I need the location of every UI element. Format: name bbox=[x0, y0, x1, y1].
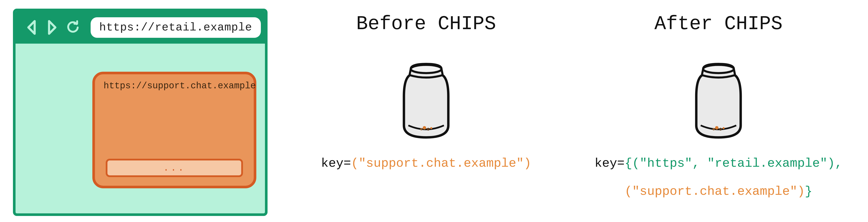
key-value: ("support.chat.example") bbox=[351, 156, 531, 170]
svg-point-2 bbox=[427, 128, 430, 131]
key-prefix: key= bbox=[321, 156, 351, 170]
before-column: Before CHIPS key=("support.chat.example"… bbox=[313, 9, 539, 175]
chat-input-dots: ... bbox=[163, 163, 185, 173]
svg-point-3 bbox=[420, 128, 423, 131]
before-title: Before CHIPS bbox=[313, 13, 539, 35]
back-icon bbox=[24, 19, 39, 36]
url-bar: https://retail.example bbox=[91, 17, 261, 38]
url-text: https://retail.example bbox=[99, 21, 252, 34]
svg-point-5 bbox=[703, 65, 734, 73]
key-prefix: key= bbox=[595, 156, 625, 170]
cookie-jar-icon bbox=[392, 59, 461, 141]
brace-close: } bbox=[805, 185, 812, 198]
svg-point-6 bbox=[715, 126, 718, 130]
svg-point-8 bbox=[712, 128, 715, 131]
tuple-embed-site: ("support.chat.example") bbox=[625, 185, 805, 198]
after-key-line1: key={("https", "retail.example"), bbox=[578, 151, 859, 175]
svg-point-7 bbox=[719, 128, 722, 131]
browser-frame: https://retail.example https://support.c… bbox=[13, 9, 268, 216]
tuple-top-site: ("https", "retail.example"), bbox=[632, 156, 842, 170]
browser-viewport: https://support.chat.example ... bbox=[16, 44, 265, 213]
chat-widget-embed: https://support.chat.example ... bbox=[92, 72, 256, 188]
browser-mockup: https://retail.example https://support.c… bbox=[13, 9, 268, 216]
before-key-expression: key=("support.chat.example") bbox=[313, 151, 539, 175]
embedded-url-text: https://support.chat.example bbox=[103, 81, 245, 91]
chat-input-placeholder: ... bbox=[106, 159, 243, 177]
cookie-jar-icon bbox=[684, 59, 753, 141]
forward-icon bbox=[45, 19, 60, 36]
reload-icon bbox=[66, 19, 80, 36]
browser-toolbar: https://retail.example bbox=[16, 11, 265, 44]
after-key-line2: ("support.chat.example")} bbox=[578, 180, 859, 203]
svg-point-1 bbox=[423, 126, 426, 130]
svg-point-4 bbox=[430, 127, 432, 129]
after-column: After CHIPS key={("https", "retail.examp… bbox=[578, 9, 859, 203]
svg-point-0 bbox=[411, 65, 442, 73]
svg-point-9 bbox=[722, 127, 725, 129]
after-title: After CHIPS bbox=[578, 13, 859, 35]
diagram-container: https://retail.example https://support.c… bbox=[0, 0, 868, 222]
brace-open: { bbox=[625, 156, 632, 170]
